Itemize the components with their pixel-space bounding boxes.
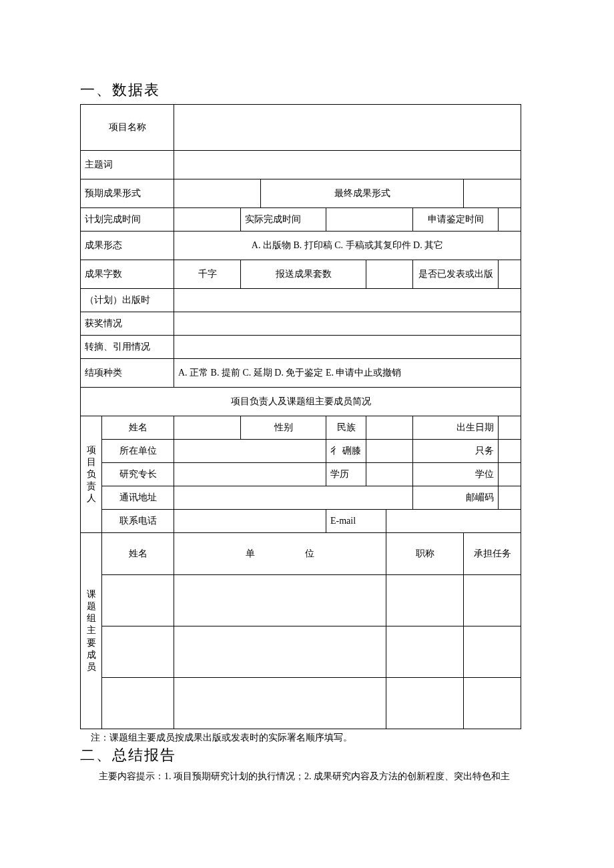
- field-addr[interactable]: [174, 486, 413, 510]
- field-edu[interactable]: [366, 463, 413, 486]
- member-row-2-name[interactable]: [102, 626, 174, 678]
- member-row-3-title[interactable]: [386, 678, 464, 729]
- label-nation: 民族: [326, 416, 366, 440]
- field-actual-finish[interactable]: [326, 208, 413, 232]
- label-m-task: 承担任务: [464, 533, 521, 575]
- member-row-3-task[interactable]: [464, 678, 521, 729]
- field-postcode[interactable]: [499, 486, 521, 510]
- label-team-header: 项目负责人及课题组主要成员简况: [81, 388, 521, 416]
- label-birth: 出生日期: [413, 416, 499, 440]
- field-final-form[interactable]: [464, 179, 521, 208]
- label-plan-pub: （计划）出版时: [81, 289, 174, 312]
- field-keywords[interactable]: [174, 151, 521, 179]
- label-org: 所在单位: [102, 440, 174, 463]
- label-keywords: 主题词: [81, 151, 174, 179]
- member-row-2-unit[interactable]: [174, 626, 386, 678]
- field-email[interactable]: [386, 510, 521, 533]
- field-published-q[interactable]: [499, 260, 521, 289]
- label-actual-finish: 实际完成时间: [241, 208, 326, 232]
- field-sets[interactable]: [366, 260, 413, 289]
- member-row-2-task[interactable]: [464, 626, 521, 678]
- label-m-title: 职称: [386, 533, 464, 575]
- label-degree: 学位: [413, 463, 499, 486]
- label-excerpt: 转摘、引用情况: [81, 336, 174, 359]
- label-close-type: 结项种类: [81, 359, 174, 388]
- section2-title: 二、总结报告: [80, 745, 534, 765]
- member-row-1-title[interactable]: [386, 575, 464, 626]
- field-spec[interactable]: [174, 463, 326, 486]
- opts-close-type: A. 正常 B. 提前 C. 延期 D. 免于鉴定 E. 申请中止或撤销: [174, 359, 521, 388]
- label-email: E-mail: [326, 510, 386, 533]
- member-row-3-unit[interactable]: [174, 678, 386, 729]
- label-qianzi: 千字: [174, 260, 241, 289]
- label-m-name: 姓名: [102, 533, 174, 575]
- field-tr2b[interactable]: [499, 440, 521, 463]
- label-postcode: 邮嵋码: [413, 486, 499, 510]
- label-tel: 联系电话: [102, 510, 174, 533]
- field-expected-form[interactable]: [174, 179, 261, 208]
- label-sets: 报送成果套数: [241, 260, 366, 289]
- label-plan-finish: 计划完成时间: [81, 208, 174, 232]
- label-spec: 研究专长: [102, 463, 174, 486]
- label-leader: 项目负责人: [81, 416, 102, 533]
- data-table: 项目名称 主题词 预期成果形式 最终成果形式 计划完成时间 实际完成时间 申请鉴…: [80, 104, 521, 729]
- field-project-name[interactable]: [174, 105, 521, 151]
- label-sex: 性别: [241, 416, 326, 440]
- label-final-form: 最终成果形式: [261, 179, 464, 208]
- field-nation[interactable]: [366, 416, 413, 440]
- member-row-3-name[interactable]: [102, 678, 174, 729]
- member-row-1-unit[interactable]: [174, 575, 386, 626]
- field-apply-time[interactable]: [499, 208, 521, 232]
- label-result-state: 成果形态: [81, 232, 174, 260]
- table-note: 注：课题组主要成员按成果出版或发表时的实际署名顺序填写。: [91, 732, 534, 744]
- label-tr2b: 只务: [413, 440, 499, 463]
- field-org[interactable]: [174, 440, 326, 463]
- field-birth[interactable]: [499, 416, 521, 440]
- label-expected-form: 预期成果形式: [81, 179, 174, 208]
- label-edu: 学历: [326, 463, 366, 486]
- field-excerpt[interactable]: [174, 336, 521, 359]
- field-awards[interactable]: [174, 312, 521, 336]
- section2-intro: 主要内容提示：1. 项目预期研究计划的执行情况；2. 成果研究内容及方法的创新程…: [80, 769, 534, 784]
- label-project-name: 项目名称: [81, 105, 174, 151]
- field-tr2a[interactable]: [366, 440, 413, 463]
- member-row-1-task[interactable]: [464, 575, 521, 626]
- field-tel[interactable]: [174, 510, 326, 533]
- label-published-q: 是否已发表或出版: [413, 260, 499, 289]
- label-members: 课 题组 主要 成员: [81, 533, 102, 729]
- field-plan-finish[interactable]: [174, 208, 241, 232]
- member-row-1-name[interactable]: [102, 575, 174, 626]
- label-awards: 获奖情况: [81, 312, 174, 336]
- label-tr2a: 彳 硎膝: [326, 440, 366, 463]
- section1-title: 一、数据表: [80, 80, 534, 100]
- label-addr: 通讯地址: [102, 486, 174, 510]
- label-word-count: 成果字数: [81, 260, 174, 289]
- field-degree[interactable]: [499, 463, 521, 486]
- opts-result-state: A. 出版物 B. 打印稿 C. 手稿或其复印件 D. 其它: [174, 232, 521, 260]
- label-name: 姓名: [102, 416, 174, 440]
- label-m-unit: 单 位: [174, 533, 386, 575]
- field-name[interactable]: [174, 416, 241, 440]
- field-plan-pub[interactable]: [174, 289, 521, 312]
- label-apply-time: 申请鉴定时间: [413, 208, 499, 232]
- member-row-2-title[interactable]: [386, 626, 464, 678]
